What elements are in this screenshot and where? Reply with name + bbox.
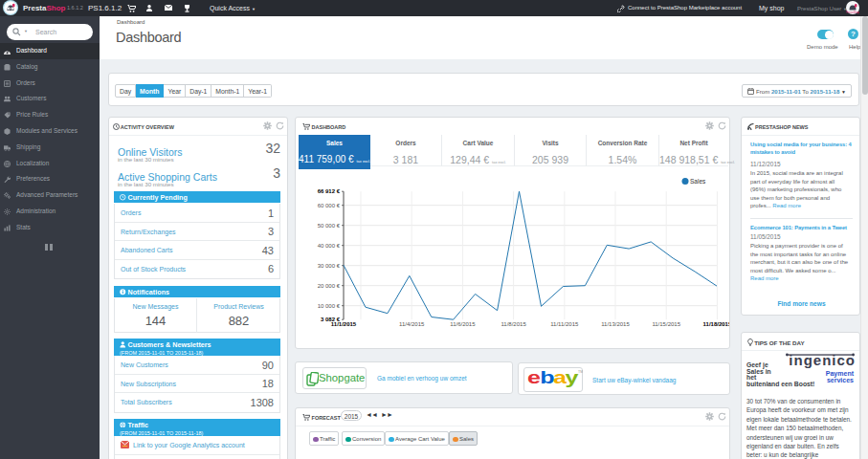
svg-text:50 000 €: 50 000 € (318, 223, 341, 229)
svg-text:30 000 €: 30 000 € (318, 263, 341, 269)
svg-text:e: e (527, 367, 541, 387)
svg-text:Sales: Sales (690, 178, 706, 185)
svg-text:66 912 €: 66 912 € (318, 188, 341, 194)
svg-text:40 000 €: 40 000 € (318, 243, 341, 249)
svg-text:11/11/2015: 11/11/2015 (550, 321, 579, 327)
svg-text:11/13/2015: 11/13/2015 (601, 321, 630, 327)
svg-text:60 000 €: 60 000 € (318, 203, 341, 208)
svg-text:11/6/2015: 11/6/2015 (450, 321, 476, 327)
svg-text:11/8/2015: 11/8/2015 (501, 321, 526, 327)
svg-text:TM: TM (578, 370, 583, 374)
svg-text:11/18/2015: 11/18/2015 (703, 321, 729, 327)
svg-text:11/1/2015: 11/1/2015 (331, 321, 357, 327)
svg-text:11/15/2015: 11/15/2015 (652, 321, 680, 327)
svg-text:10 000 €: 10 000 € (318, 303, 341, 309)
svg-text:11/4/2015: 11/4/2015 (399, 321, 425, 327)
svg-text:PrestaShop: PrestaShop (846, 11, 859, 14)
svg-text:20 000 €: 20 000 € (318, 283, 341, 289)
